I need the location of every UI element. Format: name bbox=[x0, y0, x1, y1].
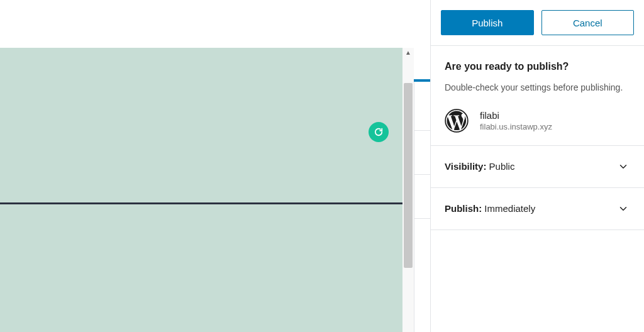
rail-segment[interactable] bbox=[414, 175, 430, 219]
cancel-button[interactable]: Cancel bbox=[541, 10, 635, 35]
site-name: filabi bbox=[480, 110, 552, 121]
schedule-label: Publish: Immediately bbox=[445, 203, 535, 214]
editor-canvas-wrap: ▲ bbox=[0, 48, 430, 332]
separator-block[interactable] bbox=[0, 202, 402, 204]
sidebar-actions: Publish Cancel bbox=[431, 0, 644, 46]
wordpress-icon bbox=[445, 109, 469, 133]
site-row: filabi filabi.us.instawp.xyz bbox=[445, 109, 630, 133]
editor-region: ▲ bbox=[0, 0, 430, 332]
chevron-down-icon bbox=[616, 160, 630, 174]
settings-rail bbox=[414, 82, 430, 332]
app-root: ▲ Publish Cancel Are you ready to publis… bbox=[0, 0, 644, 332]
rail-segment[interactable] bbox=[414, 131, 430, 175]
rail-segment[interactable] bbox=[414, 82, 430, 131]
publish-button[interactable]: Publish bbox=[441, 10, 534, 35]
scrollbar-thumb[interactable] bbox=[404, 83, 413, 268]
visibility-row[interactable]: Visibility: Public bbox=[431, 146, 644, 188]
editor-scrollbar[interactable]: ▲ bbox=[402, 48, 414, 332]
schedule-row[interactable]: Publish: Immediately bbox=[431, 188, 644, 230]
editor-canvas[interactable] bbox=[0, 48, 402, 332]
prepublish-subtitle: Double-check your settings before publis… bbox=[445, 81, 630, 95]
scroll-up-icon[interactable]: ▲ bbox=[402, 48, 414, 57]
prepublish-summary: Are you ready to publish? Double-check y… bbox=[431, 46, 644, 146]
editor-topspace bbox=[0, 0, 430, 48]
site-meta: filabi filabi.us.instawp.xyz bbox=[480, 110, 552, 131]
visibility-label: Visibility: Public bbox=[445, 161, 514, 172]
chevron-down-icon bbox=[616, 202, 630, 216]
prepublish-title: Are you ready to publish? bbox=[445, 61, 630, 72]
site-url: filabi.us.instawp.xyz bbox=[480, 122, 552, 131]
prepublish-sidebar: Publish Cancel Are you ready to publish?… bbox=[430, 0, 644, 332]
grammarly-icon[interactable] bbox=[369, 122, 389, 142]
